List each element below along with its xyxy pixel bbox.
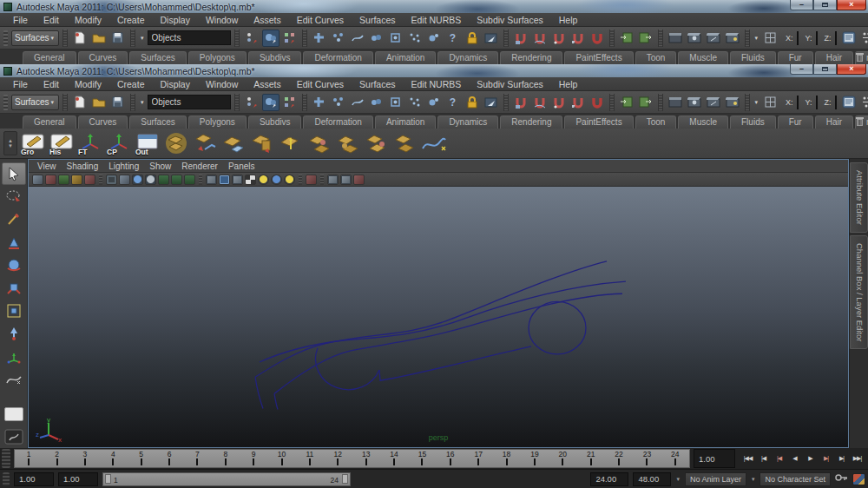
select-hierarchy-icon[interactable] [243, 30, 260, 47]
shelf-item-poly-extrude[interactable] [249, 130, 275, 156]
lighting-default-icon[interactable] [271, 175, 282, 185]
menu-item[interactable]: Display [152, 15, 197, 25]
select-handles-mask-icon[interactable] [330, 94, 347, 111]
maximize-button[interactable] [813, 63, 837, 75]
selection-filter-input[interactable] [148, 95, 231, 109]
frame-cell[interactable]: 24 [661, 450, 689, 467]
frame-cell[interactable]: 18 [492, 450, 520, 467]
show-attribute-editor-icon[interactable] [840, 94, 858, 111]
snapshot-icon[interactable] [32, 175, 43, 185]
shelf-tab[interactable]: General [23, 115, 76, 129]
save-scene-icon[interactable] [109, 30, 127, 47]
select-miscellaneous-mask-icon[interactable]: ? [444, 30, 462, 47]
bookmark-icon[interactable] [58, 175, 69, 185]
menuset-dropdown[interactable]: Surfaces ▾ [11, 30, 59, 46]
select-object-mode-icon[interactable] [262, 30, 279, 47]
input-connections-icon[interactable] [618, 94, 635, 111]
construction-plane-icon[interactable] [761, 30, 779, 47]
frame-cell[interactable]: 20 [549, 450, 576, 467]
universal-manipulator-tool[interactable] [2, 300, 26, 321]
construction-plane-icon[interactable] [761, 94, 779, 111]
menu-item[interactable]: Surfaces [352, 15, 403, 25]
open-scene-icon[interactable] [90, 30, 108, 47]
show-tool-settings-icon[interactable] [859, 94, 868, 111]
save-scene-icon[interactable] [109, 94, 127, 111]
snap-to-points-icon[interactable] [550, 30, 568, 47]
frame-cell[interactable]: 1 [15, 450, 43, 467]
menu-item[interactable]: Subdiv Surfaces [469, 79, 550, 89]
chevron-down-icon[interactable]: ▾ [675, 476, 681, 483]
y-coordinate-input[interactable] [816, 31, 818, 45]
shelf-tab[interactable]: Muscle [678, 51, 728, 64]
lighting-selected-icon[interactable] [284, 175, 295, 185]
shelf-tab[interactable]: Surfaces [129, 51, 186, 64]
shelf-tab[interactable]: Dynamics [437, 115, 498, 129]
shelf-item-poly-combine[interactable] [364, 130, 390, 156]
character-set-dropdown[interactable]: No Character Set [760, 472, 831, 486]
menu-item[interactable]: Display [152, 79, 197, 89]
render-settings-icon[interactable] [724, 94, 741, 111]
frame-cell[interactable]: 21 [577, 450, 605, 467]
menu-item[interactable]: Edit Curves [289, 15, 352, 25]
menu-item[interactable]: Assets [246, 15, 289, 25]
textured-icon[interactable] [232, 175, 243, 185]
select-rendering-mask-icon[interactable] [425, 30, 443, 47]
2d-pan-zoom-icon[interactable] [84, 175, 95, 185]
select-all-mask-icon[interactable] [311, 30, 328, 47]
menu-item[interactable]: Edit NURBS [404, 79, 470, 89]
shelf-tab[interactable]: Fluids [730, 51, 776, 64]
gate-mask-icon[interactable] [132, 175, 143, 185]
menu-item[interactable]: Subdiv Surfaces [469, 15, 550, 25]
playback-button[interactable]: |◀◀ [740, 451, 755, 466]
snap-to-curves-icon[interactable] [531, 94, 549, 111]
shelf-tab[interactable]: PaintEffects [564, 115, 633, 129]
maximize-button[interactable] [813, 0, 837, 10]
window-titlebar-2[interactable]: Autodesk Maya 2011: C:\Users\Mohammed\De… [0, 64, 868, 77]
frame-cell[interactable]: 4 [99, 450, 127, 467]
frame-cell[interactable]: 2 [43, 450, 70, 467]
panel-menu-item[interactable]: View [37, 162, 65, 171]
persp-outliner-layout-button[interactable] [2, 426, 26, 448]
image-plane-icon[interactable] [71, 175, 82, 185]
show-attribute-editor-icon[interactable] [840, 30, 858, 47]
shelf-tab[interactable]: Hair [815, 51, 853, 64]
range-grip[interactable] [3, 472, 10, 486]
xray-joints-icon[interactable] [340, 175, 352, 185]
highlight-selection-icon[interactable] [483, 94, 500, 111]
select-hierarchy-icon[interactable] [243, 94, 260, 111]
menu-item[interactable]: Edit [36, 15, 67, 25]
select-dynamics-mask-icon[interactable] [406, 94, 424, 111]
frame-cell[interactable]: 6 [155, 450, 183, 467]
shelf-tab[interactable]: Fur [778, 115, 813, 129]
playback-button[interactable]: ▶ [803, 451, 818, 466]
render-view-icon[interactable] [667, 94, 684, 111]
shelf-tab[interactable]: Polygons [188, 51, 247, 64]
z-coordinate-input[interactable] [835, 31, 837, 45]
panel-menu-item[interactable]: Panels [228, 162, 264, 171]
show-tool-settings-icon[interactable] [859, 30, 868, 47]
shelf-tab[interactable]: Deformation [303, 115, 372, 129]
menu-item[interactable]: Edit Curves [289, 79, 352, 89]
select-curves-mask-icon[interactable] [349, 30, 366, 47]
isolate-select-icon[interactable] [306, 175, 317, 185]
frame-cell[interactable]: 16 [437, 450, 464, 467]
plugin-shapes-icon[interactable] [353, 175, 365, 185]
shelf-item-freeze-transform[interactable]: FT [77, 130, 103, 156]
output-connections-icon[interactable] [637, 30, 654, 47]
resolution-gate-icon[interactable] [119, 175, 130, 185]
select-deformations-mask-icon[interactable] [387, 30, 404, 47]
xray-icon[interactable] [327, 175, 339, 185]
current-frame-field[interactable]: 1.00 [694, 449, 735, 468]
range-end-handle[interactable] [342, 474, 348, 484]
fill-mode-icon[interactable] [184, 175, 195, 185]
select-surfaces-mask-icon[interactable] [368, 30, 385, 47]
render-current-frame-icon[interactable] [686, 94, 703, 111]
safe-title-icon[interactable] [171, 175, 182, 185]
field-chart-icon[interactable] [145, 175, 156, 185]
snap-to-grids-icon[interactable] [512, 94, 529, 111]
filter-dropdown-icon[interactable]: ▾ [139, 99, 146, 106]
menu-item[interactable]: File [5, 79, 36, 89]
move-tool[interactable] [2, 231, 26, 253]
shelf-tab[interactable]: Animation [375, 51, 436, 64]
tab-attribute-editor[interactable]: Attribute Editor [850, 162, 868, 233]
